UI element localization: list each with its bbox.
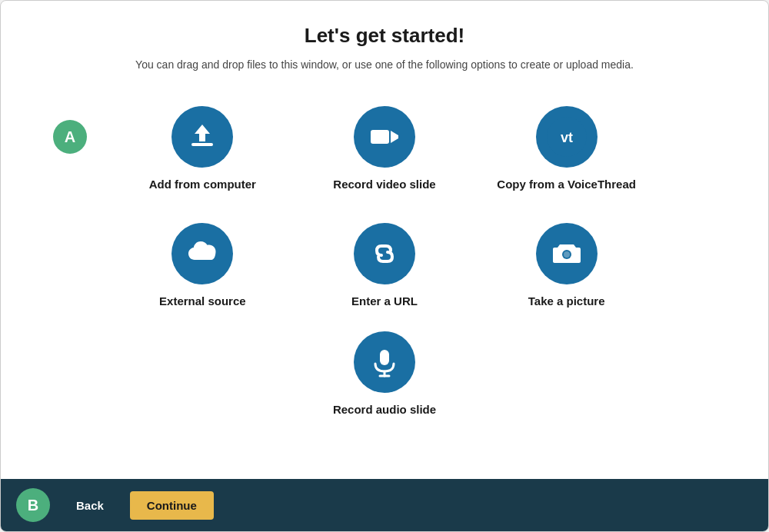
external-source-icon bbox=[171, 223, 233, 284]
record-video-icon bbox=[354, 106, 415, 168]
copy-voicethread-label: Copy from a VoiceThread bbox=[497, 177, 636, 192]
record-audio-label: Record audio slide bbox=[333, 402, 436, 417]
svg-marker-0 bbox=[195, 125, 210, 141]
svg-marker-3 bbox=[391, 131, 398, 143]
add-from-computer-label: Add from computer bbox=[149, 177, 256, 192]
add-from-computer-icon bbox=[171, 106, 233, 168]
svg-rect-2 bbox=[371, 130, 389, 144]
options-grid: Add from computer Record video slide bbox=[115, 98, 654, 316]
record-video-slide-option[interactable]: Record video slide bbox=[298, 98, 472, 200]
avatar-b: B bbox=[16, 488, 50, 522]
take-picture-label: Take a picture bbox=[528, 294, 605, 309]
footer-bar: B Back Continue bbox=[1, 479, 768, 531]
take-picture-icon bbox=[536, 223, 598, 284]
add-from-computer-option[interactable]: Add from computer bbox=[115, 98, 290, 200]
take-picture-option[interactable]: Take a picture bbox=[479, 215, 654, 317]
copy-voicethread-option[interactable]: vt Copy from a VoiceThread bbox=[479, 98, 654, 200]
enter-url-option[interactable]: Enter a URL bbox=[298, 215, 472, 317]
main-content: Let's get started! You can drag and drop… bbox=[1, 1, 768, 479]
record-video-label: Record video slide bbox=[333, 177, 435, 192]
record-audio-icon bbox=[354, 331, 415, 393]
svg-text:vt: vt bbox=[561, 130, 573, 145]
bottom-options: Record audio slide bbox=[47, 324, 722, 425]
back-button[interactable]: Back bbox=[59, 491, 121, 520]
avatar-a: A bbox=[53, 120, 87, 154]
external-source-option[interactable]: External source bbox=[115, 215, 290, 317]
voicethread-icon: vt bbox=[536, 106, 598, 168]
enter-url-icon bbox=[354, 223, 415, 284]
page-subtitle: You can drag and drop files to this wind… bbox=[47, 58, 722, 71]
main-window: A Let's get started! You can drag and dr… bbox=[0, 0, 769, 532]
svg-rect-1 bbox=[191, 143, 213, 146]
record-audio-slide-option[interactable]: Record audio slide bbox=[325, 324, 444, 425]
external-source-label: External source bbox=[159, 294, 246, 309]
svg-point-7 bbox=[564, 251, 570, 258]
continue-button[interactable]: Continue bbox=[130, 491, 214, 520]
page-title: Let's get started! bbox=[47, 24, 722, 48]
svg-rect-8 bbox=[380, 350, 389, 365]
enter-url-label: Enter a URL bbox=[351, 294, 418, 309]
